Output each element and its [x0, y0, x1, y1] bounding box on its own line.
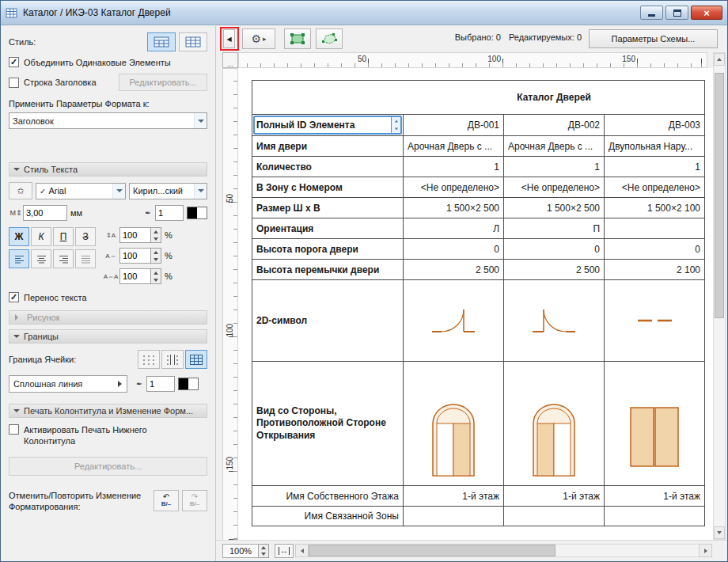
cell[interactable]	[404, 507, 504, 526]
row-label-cell[interactable]: Имя Собственного Этажа	[252, 486, 404, 506]
border-vertical-button[interactable]	[161, 350, 184, 369]
cell[interactable]: 0	[404, 239, 504, 259]
cell[interactable]: 1 500×2 100	[605, 198, 704, 218]
cell[interactable]: 0	[605, 239, 704, 259]
cell[interactable]: 0	[504, 239, 605, 259]
row-label-cell[interactable]: В Зону с Номером	[252, 177, 404, 197]
cell[interactable]: <Не определено>	[605, 177, 704, 197]
align-right-button[interactable]	[53, 249, 74, 268]
edit-header-button[interactable]: Редактировать...	[119, 74, 207, 91]
spinner-up-icon[interactable]	[151, 269, 161, 276]
spinner-down-icon[interactable]	[151, 256, 161, 263]
scroll-left-button[interactable]	[295, 544, 309, 557]
cell[interactable]	[404, 362, 504, 485]
cell[interactable]: 1-й этаж	[404, 486, 504, 506]
cell[interactable]: 1	[504, 157, 605, 177]
spinner-down-icon[interactable]	[259, 551, 268, 557]
tracking-input[interactable]	[119, 268, 151, 284]
align-center-button[interactable]	[31, 249, 51, 268]
cell[interactable]: П	[504, 218, 605, 238]
section-borders[interactable]: Границы	[9, 329, 207, 344]
cell[interactable]	[504, 507, 605, 526]
field-spinner[interactable]	[391, 117, 400, 133]
bold-button[interactable]: Ж	[9, 227, 29, 246]
checkbox-footer-print[interactable]	[9, 424, 19, 435]
spinner-down-icon[interactable]	[151, 235, 161, 242]
cell[interactable]	[504, 362, 605, 485]
row-label-cell[interactable]: Полный ID Элемента	[252, 115, 404, 135]
vertical-scrollbar[interactable]	[713, 52, 726, 540]
layout-canvas[interactable]: Каталог Дверей Полный ID Элемента ДВ-001…	[238, 68, 713, 541]
edit-footer-button[interactable]: Редактировать...	[9, 457, 207, 476]
cell[interactable]: 2 500	[404, 260, 504, 279]
tracking-spinner[interactable]	[151, 268, 161, 284]
strikethrough-button[interactable]: З	[75, 227, 96, 246]
align-justify-button[interactable]	[75, 249, 96, 268]
cell[interactable]: 1-й этаж	[605, 486, 704, 506]
line-type-select[interactable]: Сплошная линия	[9, 375, 127, 393]
char-width-input[interactable]	[119, 248, 151, 264]
apply-format-select[interactable]: Заголовок	[9, 112, 207, 129]
row-label-cell[interactable]: Высота перемычки двери	[252, 260, 404, 279]
text-pen-input[interactable]	[155, 205, 184, 221]
row-label-cell[interactable]: Количество	[252, 157, 404, 177]
cell[interactable]: 1-й этаж	[504, 486, 605, 506]
section-text-style[interactable]: Стиль Текста	[9, 162, 207, 177]
zoom-spinner[interactable]	[259, 544, 269, 558]
line-spacing-spinner[interactable]	[151, 227, 161, 243]
font-size-input[interactable]	[23, 205, 67, 221]
section-picture[interactable]: Рисунок	[9, 310, 207, 325]
favorite-text-style-button[interactable]: ✩	[9, 182, 32, 199]
maximize-button[interactable]	[665, 6, 688, 20]
cell[interactable]: Двупольная Нару...	[605, 136, 704, 156]
cell[interactable]	[605, 507, 704, 526]
checkbox-header-row[interactable]	[9, 78, 19, 88]
cell[interactable]: Л	[404, 218, 504, 238]
text-color-swatch[interactable]	[187, 207, 207, 219]
vertical-scroll-thumb[interactable]	[715, 73, 724, 318]
redo-formatting-button[interactable]: ↷ B/–	[182, 490, 207, 511]
row-label-cell[interactable]: Высота порога двери	[252, 239, 404, 259]
row-label-cell[interactable]: Вид со Стороны, Противоположной Стороне …	[252, 362, 404, 485]
cell[interactable]: 1 500×2 500	[404, 198, 504, 218]
cell[interactable]: 2 500	[504, 260, 605, 279]
scheme-settings-gear-button[interactable]: ⚙ ▸	[242, 28, 275, 49]
cell[interactable]: Арочная Дверь с ...	[404, 136, 504, 156]
minimize-button[interactable]	[640, 6, 663, 20]
underline-button[interactable]: П	[53, 227, 74, 246]
cell[interactable]	[605, 218, 704, 238]
border-pen-input[interactable]	[146, 376, 175, 392]
style-merged-view-button[interactable]	[147, 32, 176, 51]
font-family-select[interactable]: ✓ Arial	[36, 183, 126, 199]
cell[interactable]: <Не определено>	[404, 177, 504, 197]
close-button[interactable]: ×	[691, 6, 722, 20]
italic-button[interactable]: К	[31, 227, 51, 246]
cell[interactable]: 1 500×2 500	[504, 198, 605, 218]
cell[interactable]: 1	[404, 157, 504, 177]
row-label-cell[interactable]: Имя Связанной Зоны	[252, 507, 404, 526]
scroll-right-button[interactable]	[699, 544, 712, 557]
style-grid-view-button[interactable]	[179, 32, 207, 51]
cell[interactable]: 2 100	[605, 260, 704, 279]
cell[interactable]	[605, 362, 704, 485]
scheme-settings-button[interactable]: Параметры Схемы...	[589, 29, 718, 48]
zoom-level-button[interactable]: 100%	[222, 544, 259, 558]
row-label-cell[interactable]: 2D-символ	[252, 280, 404, 361]
show-selection-in-plan-button[interactable]	[316, 28, 343, 49]
row-label-cell[interactable]: Размер Ш х В	[252, 198, 404, 218]
cell[interactable]	[504, 280, 605, 361]
char-width-spinner[interactable]	[151, 248, 161, 264]
scroll-down-button[interactable]	[714, 526, 725, 539]
cell[interactable]	[605, 280, 704, 361]
cell[interactable]: ДВ-003	[605, 115, 704, 135]
cell[interactable]: <Не определено>	[504, 177, 605, 197]
fit-to-width-button[interactable]: ↔	[275, 544, 294, 558]
cell[interactable]: ДВ-001	[404, 115, 504, 135]
cell[interactable]: ДВ-002	[504, 115, 605, 135]
border-none-button[interactable]	[138, 350, 160, 369]
undo-formatting-button[interactable]: ↶ B/–	[154, 490, 179, 511]
checkbox-text-wrap[interactable]: ✓	[9, 292, 19, 302]
line-spacing-input[interactable]	[119, 227, 151, 243]
row-label-cell[interactable]: Ориентация	[252, 218, 404, 238]
row-label-cell[interactable]: Имя двери	[252, 136, 404, 156]
